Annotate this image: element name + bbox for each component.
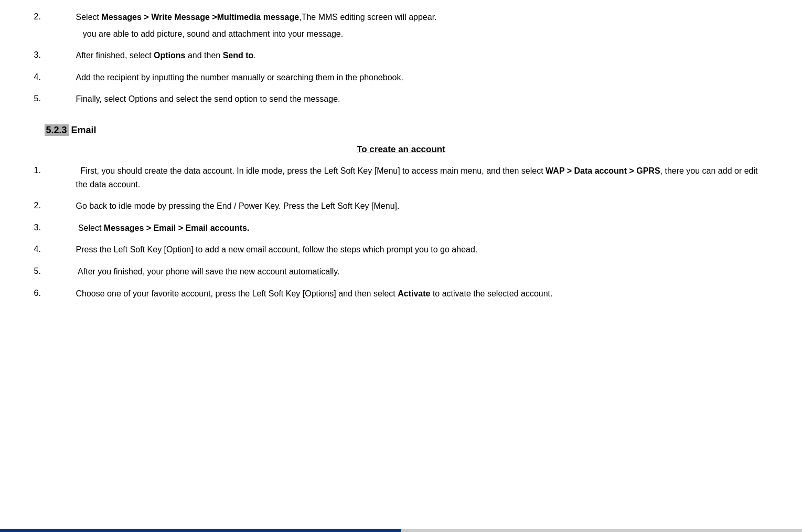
list-number: 2. [34, 10, 76, 44]
list-item: 5. Finally, select Options and select th… [34, 92, 768, 109]
list-text: Choose one of your favorite account, pre… [76, 287, 768, 301]
list-text: After you finished, your phone will save… [76, 265, 768, 279]
list-number: 6. [34, 287, 76, 304]
list-text: Add the recipient by inputting the numbe… [76, 71, 768, 84]
section-heading-text: 5.2.3 Email [45, 124, 97, 136]
list-number: 4. [34, 243, 76, 260]
list-item: 4. Add the recipient by inputting the nu… [34, 71, 768, 88]
list-item: 6. Choose one of your favorite account, … [34, 287, 768, 304]
list-content: Go back to idle mode by pressing the End… [76, 199, 768, 216]
list-text: Select Messages > Write Message >Multime… [76, 10, 768, 24]
section-number-highlight: 5.2.3 [45, 124, 69, 136]
list-content: After you finished, your phone will save… [76, 265, 768, 282]
list-text: Go back to idle mode by pressing the End… [76, 199, 768, 213]
list-content: Choose one of your favorite account, pre… [76, 287, 768, 304]
list-text: Press the Left Soft Key [Option] to add … [76, 243, 768, 257]
list-number: 2. [34, 199, 76, 216]
centered-title-text: To create an account [357, 144, 445, 154]
list-subtext: you are able to add picture, sound and a… [76, 27, 768, 41]
list-number: 5. [34, 265, 76, 282]
list-content: Select Messages > Write Message >Multime… [76, 10, 768, 44]
list-number: 3. [34, 221, 76, 238]
bold-text: Activate [398, 289, 430, 298]
list-content: After finished, select Options and then … [76, 49, 768, 66]
list-number: 4. [34, 71, 76, 88]
list-text: Select Messages > Email > Email accounts… [76, 221, 768, 235]
list-content: Select Messages > Email > Email accounts… [76, 221, 768, 238]
content-area: 2. Select Messages > Write Message >Mult… [34, 10, 768, 303]
list-number: 1. [34, 164, 76, 194]
list-item: 2. Go back to idle mode by pressing the … [34, 199, 768, 216]
list-item: 2. Select Messages > Write Message >Mult… [34, 10, 768, 44]
bold-text: Options [154, 51, 185, 60]
list-content: Add the recipient by inputting the numbe… [76, 71, 768, 88]
section-heading: 5.2.3 Email [34, 125, 768, 136]
list-item: 3. After finished, select Options and th… [34, 49, 768, 66]
bottom-bar [0, 529, 802, 532]
list-item: 4. Press the Left Soft Key [Option] to a… [34, 243, 768, 260]
email-section: 1. First, you should create the data acc… [34, 164, 768, 303]
list-number: 3. [34, 49, 76, 66]
bold-text: Messages > Write Message >Multimedia mes… [101, 13, 299, 22]
list-content: Finally, select Options and select the s… [76, 92, 768, 109]
list-text: After finished, select Options and then … [76, 49, 768, 62]
bold-text: Send to [223, 51, 254, 60]
list-text: Finally, select Options and select the s… [76, 92, 768, 106]
bold-text: WAP > Data account > GPRS [546, 166, 660, 175]
list-number: 5. [34, 92, 76, 109]
centered-title: To create an account [34, 144, 768, 155]
list-text: First, you should create the data accoun… [76, 164, 768, 191]
list-item: 5. After you finished, your phone will s… [34, 265, 768, 282]
bold-text: Messages > Email > Email accounts. [104, 224, 249, 232]
mms-section: 2. Select Messages > Write Message >Mult… [34, 10, 768, 109]
list-item: 3. Select Messages > Email > Email accou… [34, 221, 768, 238]
list-item: 1. First, you should create the data acc… [34, 164, 768, 194]
list-content: First, you should create the data accoun… [76, 164, 768, 194]
list-content: Press the Left Soft Key [Option] to add … [76, 243, 768, 260]
